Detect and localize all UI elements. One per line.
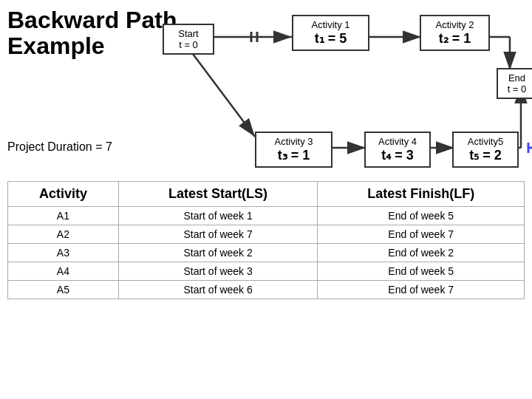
cell-lf: End of week 5 bbox=[318, 207, 525, 225]
col-header-activity: Activity bbox=[8, 182, 119, 207]
activity5-box: Activity5 t₅ = 2 bbox=[452, 132, 519, 168]
cell-lf: End of week 7 bbox=[318, 281, 525, 299]
end-node: End t = 0 bbox=[497, 68, 532, 99]
table-row: A2Start of week 7End of week 7 bbox=[8, 225, 525, 244]
activity1-name: Activity 1 bbox=[299, 19, 362, 30]
cell-activity: A1 bbox=[8, 207, 119, 225]
activity5-name: Activity5 bbox=[460, 136, 511, 147]
activity4-box: Activity 4 t₄ = 3 bbox=[364, 132, 431, 168]
cell-ls: Start of week 3 bbox=[118, 262, 318, 281]
activity3-value: t₃ = 1 bbox=[262, 147, 325, 163]
cell-lf: End of week 2 bbox=[318, 244, 525, 262]
activity5-value: t₅ = 2 bbox=[460, 147, 511, 163]
cell-ls: Start of week 1 bbox=[118, 207, 318, 225]
activity1-box: Activity 1 t₁ = 5 bbox=[292, 15, 369, 51]
title-area: Backward Path Example Project Duration =… bbox=[7, 7, 177, 154]
cell-lf: End of week 7 bbox=[318, 225, 525, 244]
cell-activity: A3 bbox=[8, 244, 119, 262]
activity3-box: Activity 3 t₃ = 1 bbox=[255, 132, 332, 168]
summary-table: Activity Latest Start(LS) Latest Finish(… bbox=[7, 181, 525, 299]
activity4-value: t₄ = 3 bbox=[372, 147, 423, 163]
table-row: A3Start of week 2End of week 2 bbox=[8, 244, 525, 262]
cell-activity: A2 bbox=[8, 225, 119, 244]
activity1-value: t₁ = 5 bbox=[299, 30, 362, 47]
cell-lf: End of week 5 bbox=[318, 262, 525, 281]
activity4-name: Activity 4 bbox=[372, 136, 423, 147]
table-row: A1Start of week 1End of week 5 bbox=[8, 207, 525, 225]
cell-ls: Start of week 7 bbox=[118, 225, 318, 244]
start-label: Start bbox=[171, 28, 205, 39]
cell-ls: Start of week 6 bbox=[118, 281, 318, 299]
cell-activity: A4 bbox=[8, 262, 119, 281]
table-row: A5Start of week 6End of week 7 bbox=[8, 281, 525, 299]
start-node: Start t = 0 bbox=[163, 24, 214, 55]
activity2-box: Activity 2 t₂ = 1 bbox=[420, 15, 490, 51]
cell-ls: Start of week 2 bbox=[118, 244, 318, 262]
activity3-name: Activity 3 bbox=[262, 136, 325, 147]
table-area: Activity Latest Start(LS) Latest Finish(… bbox=[7, 181, 525, 299]
start-sublabel: t = 0 bbox=[171, 39, 205, 50]
activity2-name: Activity 2 bbox=[427, 19, 482, 30]
end-sublabel: t = 0 bbox=[505, 83, 528, 95]
project-duration: Project Duration = 7 bbox=[7, 140, 177, 154]
col-header-lf: Latest Finish(LF) bbox=[318, 182, 525, 207]
cell-activity: A5 bbox=[8, 281, 119, 299]
end-label: End bbox=[505, 72, 528, 83]
activity2-value: t₂ = 1 bbox=[427, 30, 482, 47]
svg-line-8 bbox=[188, 48, 255, 137]
table-row: A4Start of week 3End of week 5 bbox=[8, 262, 525, 281]
title: Backward Path Example bbox=[7, 7, 177, 59]
col-header-ls: Latest Start(LS) bbox=[118, 182, 318, 207]
